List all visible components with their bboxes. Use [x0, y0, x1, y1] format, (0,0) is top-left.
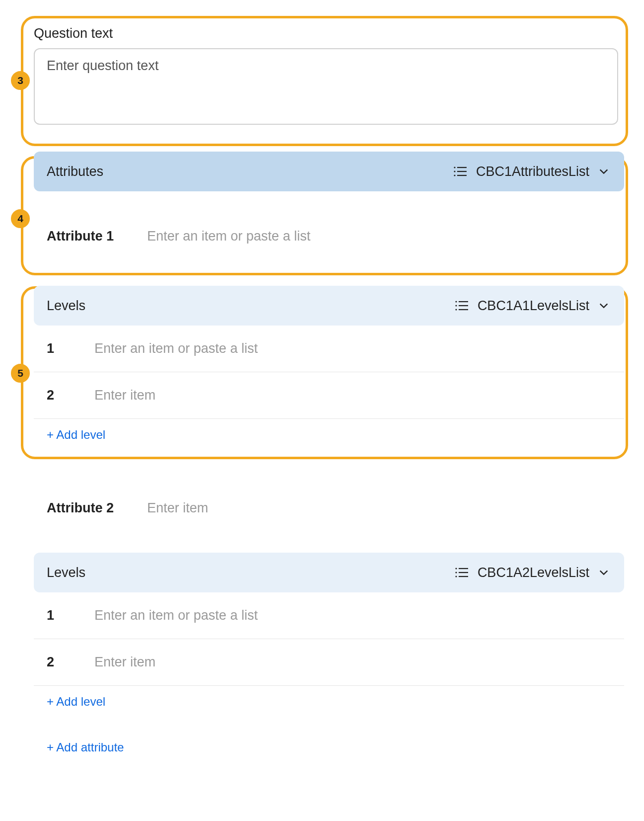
- chevron-down-icon: [598, 300, 609, 311]
- svg-point-8: [455, 305, 457, 306]
- level-number: 2: [47, 655, 94, 670]
- level-row-a1-2: 2: [34, 372, 624, 419]
- add-level-button-a2[interactable]: + Add level: [34, 686, 105, 718]
- level-row-a1-1: 1: [34, 326, 624, 372]
- levels-list-selector-a1[interactable]: CBC1A1LevelsList: [455, 298, 609, 314]
- levels-header-a2[interactable]: Levels CBC1A2LevelsList: [34, 553, 624, 592]
- attributes-title: Attributes: [47, 164, 103, 179]
- question-text-input[interactable]: [34, 48, 618, 125]
- add-level-button-a1[interactable]: + Add level: [34, 419, 105, 451]
- level-input-a1-2[interactable]: [94, 388, 492, 403]
- levels-title-a1: Levels: [47, 298, 85, 314]
- level-input-a2-2[interactable]: [94, 655, 492, 670]
- attribute-1-label: Attribute 1: [47, 229, 126, 244]
- list-icon: [455, 300, 469, 312]
- svg-point-2: [454, 170, 455, 172]
- level-row-a2-1: 1: [34, 592, 624, 639]
- svg-point-10: [455, 309, 457, 310]
- level-input-a1-1[interactable]: [94, 341, 492, 356]
- svg-point-14: [455, 572, 457, 573]
- page: 3 4 5 Question text Attributes CBC1Attri…: [0, 0, 644, 821]
- levels-list-name-a1: CBC1A1LevelsList: [478, 298, 589, 314]
- chevron-down-icon: [598, 567, 609, 578]
- svg-point-12: [455, 568, 457, 569]
- svg-point-0: [454, 166, 455, 168]
- level-number: 1: [47, 608, 94, 623]
- svg-point-6: [455, 301, 457, 302]
- step-badge-5: 5: [11, 364, 30, 383]
- list-icon: [453, 165, 467, 177]
- levels-header-a1[interactable]: Levels CBC1A1LevelsList: [34, 286, 624, 326]
- level-number: 2: [47, 388, 94, 403]
- add-attribute-button[interactable]: + Add attribute: [34, 732, 124, 763]
- levels-title-a2: Levels: [47, 565, 85, 580]
- levels-list-name-a2: CBC1A2LevelsList: [478, 565, 589, 580]
- attributes-header[interactable]: Attributes CBC1AttributesList: [34, 152, 624, 191]
- content-column: Question text Attributes CBC1AttributesL…: [34, 20, 624, 763]
- attribute-1-input[interactable]: [147, 229, 525, 244]
- attribute-2-label: Attribute 2: [47, 500, 126, 516]
- svg-point-4: [454, 174, 455, 176]
- level-row-a2-2: 2: [34, 639, 624, 686]
- step-badge-4: 4: [11, 209, 30, 228]
- step-badge-3: 3: [11, 71, 30, 90]
- question-text-section: Question text: [34, 20, 624, 127]
- svg-point-16: [455, 575, 457, 577]
- chevron-down-icon: [598, 166, 609, 177]
- level-input-a2-1[interactable]: [94, 608, 492, 623]
- question-text-label: Question text: [34, 26, 624, 41]
- level-number: 1: [47, 341, 94, 356]
- levels-list-selector-a2[interactable]: CBC1A2LevelsList: [455, 565, 609, 580]
- attributes-list-name: CBC1AttributesList: [476, 164, 589, 179]
- list-icon: [455, 567, 469, 578]
- attributes-list-selector[interactable]: CBC1AttributesList: [453, 164, 609, 179]
- attribute-2-row: Attribute 2: [34, 483, 624, 533]
- attribute-2-input[interactable]: [147, 500, 525, 516]
- attribute-1-row: Attribute 1: [34, 211, 624, 261]
